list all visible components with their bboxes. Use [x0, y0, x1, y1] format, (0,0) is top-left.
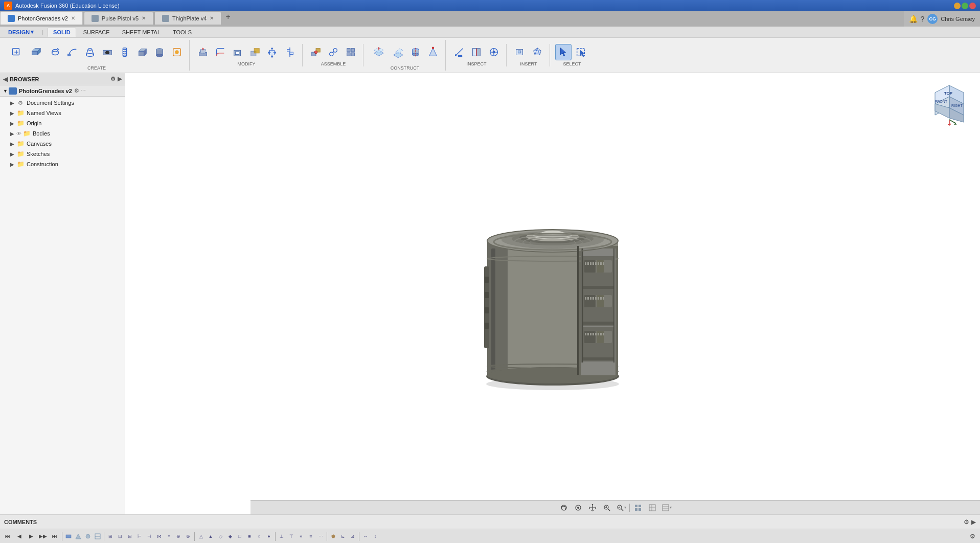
tree-item-bodies[interactable]: ▶ 👁 📁 Bodies: [0, 128, 125, 139]
thread-button[interactable]: [117, 44, 133, 60]
timeline-icon-4[interactable]: ⊢: [135, 531, 144, 542]
point-vertex-button[interactable]: [425, 44, 441, 60]
timeline-tool-4[interactable]: [93, 531, 102, 542]
timeline-icon-10[interactable]: △: [196, 531, 206, 542]
browser-expand-icon[interactable]: ▶: [118, 76, 122, 82]
timeline-icon-13[interactable]: ◆: [225, 531, 235, 542]
timeline-icon-6[interactable]: ⋈: [154, 531, 164, 542]
minimize-button[interactable]: [954, 3, 961, 9]
window-select-button[interactable]: [573, 44, 589, 60]
timeline-icon-3[interactable]: ⊟: [125, 531, 134, 542]
tree-item-document-settings[interactable]: ▶ ⚙ Document Settings: [0, 98, 125, 108]
revolve-button[interactable]: [47, 44, 63, 60]
timeline-settings-button[interactable]: ⚙: [967, 531, 978, 542]
timeline-icon-8[interactable]: ⊕: [174, 531, 183, 542]
box-button[interactable]: [134, 44, 150, 60]
insert-mesh-button[interactable]: [529, 44, 545, 60]
fillet-button[interactable]: [212, 44, 229, 60]
timeline-icon-9[interactable]: ⊗: [184, 531, 193, 542]
display-mode-button[interactable]: [632, 502, 644, 513]
look-at-button[interactable]: [572, 502, 584, 513]
tab-close-pulsepistol[interactable]: ✕: [142, 15, 146, 21]
as-built-joint-button[interactable]: [325, 44, 341, 60]
tab-pulsepistol[interactable]: Pulse Pistol v5 ✕: [84, 11, 153, 25]
timeline-icon-2[interactable]: ⊡: [116, 531, 125, 542]
shell-button[interactable]: [230, 44, 246, 60]
timeline-icon-20[interactable]: ⋄: [297, 531, 306, 542]
tab-close-thighplate[interactable]: ✕: [210, 15, 214, 21]
timeline-icon-5[interactable]: ⊣: [145, 531, 154, 542]
view-cube[interactable]: TOP FRONT RIGHT: [927, 81, 972, 126]
toolbar-tab-sheetmetal[interactable]: SHEET METAL: [117, 28, 166, 36]
timeline-icon-19[interactable]: ⊤: [287, 531, 296, 542]
timeline-tool-1[interactable]: [64, 531, 73, 542]
bottom-settings-icon[interactable]: ⚙: [964, 518, 969, 526]
measure-button[interactable]: mm: [451, 44, 467, 60]
axis-cylinder-button[interactable]: [407, 44, 424, 60]
browser-root-item[interactable]: ▼ PhotonGrenades v2 ⚙ ⋯: [0, 85, 125, 97]
tab-thighplate[interactable]: ThighPlate v4 ✕: [154, 11, 221, 25]
timeline-icon-18[interactable]: ⊥: [277, 531, 286, 542]
plane-angle-button[interactable]: [390, 44, 406, 60]
new-component-button[interactable]: [8, 44, 25, 60]
viewport[interactable]: TOP FRONT RIGHT: [125, 73, 980, 514]
timeline-icon-12[interactable]: ◇: [216, 531, 225, 542]
combine-button[interactable]: [247, 44, 263, 60]
bodies-eye-icon[interactable]: 👁: [16, 131, 21, 137]
select-button[interactable]: [555, 44, 572, 60]
zoom-window-button[interactable]: + ▾: [615, 502, 627, 513]
timeline-icon-27[interactable]: ↕: [371, 531, 380, 542]
rigid-group-button[interactable]: [343, 44, 359, 60]
toolbar-tab-tools[interactable]: TOOLS: [168, 28, 197, 36]
grid-button[interactable]: [646, 502, 658, 513]
help-icon[interactable]: ?: [921, 15, 925, 23]
timeline-icon-17[interactable]: ●: [264, 531, 274, 542]
tree-item-origin[interactable]: ▶ 📁 Origin: [0, 118, 125, 128]
timeline-icon-16[interactable]: ○: [255, 531, 264, 542]
align-button[interactable]: [282, 44, 298, 60]
browser-toggle[interactable]: ◀: [3, 76, 8, 83]
timeline-icon-14[interactable]: □: [235, 531, 244, 542]
move-copy-button[interactable]: [264, 44, 281, 60]
close-button[interactable]: [969, 3, 976, 9]
timeline-icon-22[interactable]: ⋯: [316, 531, 325, 542]
step-forward-button[interactable]: ⏭: [49, 531, 60, 542]
tree-item-sketches[interactable]: ▶ 📁 Sketches: [0, 149, 125, 159]
press-pull-button[interactable]: [195, 44, 211, 60]
tree-item-canvases[interactable]: ▶ 📁 Canvases: [0, 139, 125, 149]
timeline-icon-7[interactable]: ⌖: [164, 531, 173, 542]
add-tab-button[interactable]: +: [222, 11, 234, 22]
more-view-button[interactable]: ▾: [660, 502, 673, 513]
pan-button[interactable]: [586, 502, 599, 513]
root-more-icon[interactable]: ⋯: [80, 87, 86, 94]
toolbar-tab-surface[interactable]: SURFACE: [78, 28, 115, 36]
offset-plane-button[interactable]: [369, 40, 389, 64]
timeline-tool-2[interactable]: [74, 531, 83, 542]
cylinder-button[interactable]: [151, 44, 168, 60]
create-form-button[interactable]: [169, 44, 185, 60]
next-frame-button[interactable]: ▶▶: [37, 531, 49, 542]
notification-icon[interactable]: 🔔: [909, 15, 918, 23]
toolbar-tab-solid[interactable]: SOLID: [48, 28, 76, 37]
bottom-expand-icon[interactable]: ▶: [971, 518, 976, 526]
timeline-icon-23[interactable]: ⬟: [329, 531, 338, 542]
timeline-icon-26[interactable]: ↔: [361, 531, 370, 542]
timeline-tool-3[interactable]: [83, 531, 93, 542]
browser-settings-icon[interactable]: ⚙: [110, 76, 116, 82]
timeline-icon-1[interactable]: ⊞: [106, 531, 115, 542]
insert-canvas-button[interactable]: [512, 44, 528, 60]
timeline-icon-21[interactable]: ≡: [306, 531, 315, 542]
tab-close-photongrenades[interactable]: ✕: [71, 15, 75, 21]
loft-button[interactable]: [82, 44, 98, 60]
step-back-button[interactable]: ⏮: [2, 531, 13, 542]
zoom-button[interactable]: [601, 502, 613, 513]
sweep-button[interactable]: [64, 44, 81, 60]
joint-button[interactable]: [308, 44, 324, 60]
prev-frame-button[interactable]: ◀: [14, 531, 25, 542]
hole-button[interactable]: [99, 44, 116, 60]
root-settings-icon[interactable]: ⚙: [74, 87, 79, 94]
section-analysis-button[interactable]: [468, 44, 485, 60]
timeline-icon-11[interactable]: ▲: [206, 531, 215, 542]
design-dropdown[interactable]: DESIGN ▾: [4, 28, 38, 36]
tab-photongrenades[interactable]: PhotonGrenades v2 ✕: [0, 11, 83, 25]
